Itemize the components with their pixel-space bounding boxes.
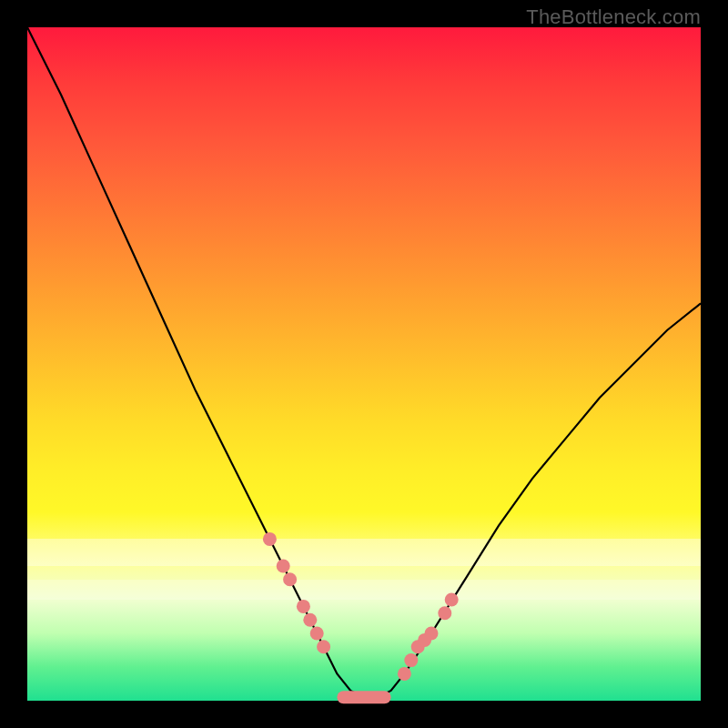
curve-svg: [27, 27, 701, 701]
marker-cluster-right: [398, 593, 459, 681]
marker-dot: [277, 560, 290, 573]
watermark-text: TheBottleneck.com: [526, 5, 701, 29]
bottleneck-curve: [27, 27, 701, 697]
marker-dot: [445, 593, 459, 607]
marker-dot: [297, 600, 310, 613]
marker-dot: [438, 606, 451, 620]
marker-dot: [425, 627, 439, 641]
chart-stage: TheBottleneck.com: [0, 0, 728, 728]
marker-dot: [310, 627, 324, 641]
marker-dot: [263, 532, 277, 546]
marker-dot: [303, 613, 317, 627]
marker-dot: [283, 572, 297, 586]
marker-dot: [398, 667, 411, 681]
plot-area: [27, 27, 701, 701]
bottom-marker-bar: [337, 691, 390, 703]
marker-dot: [404, 653, 418, 667]
marker-dot: [317, 640, 330, 653]
